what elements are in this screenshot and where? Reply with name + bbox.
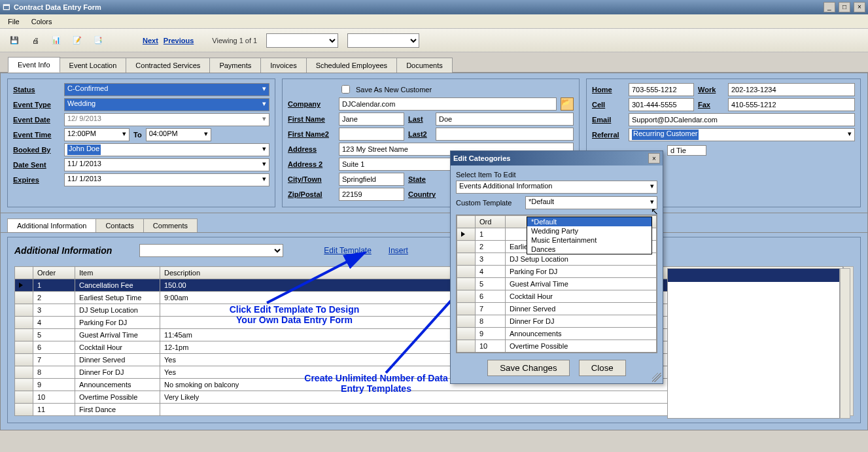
save-as-new-checkbox[interactable] — [341, 85, 350, 94]
label-company: Company — [288, 100, 335, 108]
label-country: Country — [408, 190, 441, 198]
booked-by-dropdown[interactable]: John Doe▾ — [64, 143, 269, 156]
label-booked-by: Booked By — [13, 146, 60, 154]
table-row[interactable]: 7Dinner Served — [457, 303, 657, 315]
label-email: Email — [592, 116, 625, 124]
label-expires: Expires — [13, 176, 60, 184]
tab-contracted-services[interactable]: Contracted Services — [126, 58, 210, 73]
menu-bar: File Colors — [0, 14, 868, 29]
zip-input[interactable] — [339, 188, 404, 201]
label-status: Status — [13, 86, 60, 94]
fax-input[interactable] — [728, 98, 855, 111]
last-name-input[interactable] — [436, 113, 574, 126]
date-sent-picker[interactable]: 11/ 1/2013▾ — [64, 158, 269, 171]
refresh-icon[interactable]: 📝 — [69, 33, 85, 48]
maximize-button[interactable]: □ — [839, 2, 850, 12]
company-input[interactable] — [339, 97, 557, 111]
event-date-picker[interactable]: 12/ 9/2013▾ — [64, 113, 269, 126]
status-dropdown[interactable]: C-Confirmed▾ — [64, 83, 269, 96]
subtab-additional-info[interactable]: Additional Information — [7, 218, 96, 232]
menu-file[interactable]: File — [8, 18, 20, 26]
close-button[interactable]: × — [854, 2, 865, 12]
nav-select-2[interactable] — [347, 33, 419, 48]
label-state: State — [408, 175, 434, 183]
menu-colors[interactable]: Colors — [31, 18, 52, 26]
city-input[interactable] — [339, 173, 404, 186]
chevron-down-icon: ▾ — [204, 130, 208, 140]
time-to-dropdown[interactable]: 04:00PM▾ — [146, 128, 211, 141]
home-phone-input[interactable] — [629, 83, 694, 96]
label-last: Last — [408, 115, 432, 123]
time-from-dropdown[interactable]: 12:00PM▾ — [64, 128, 130, 141]
table-row[interactable]: 3DJ Setup Location — [457, 253, 657, 266]
chevron-down-icon: ▾ — [262, 160, 266, 170]
first-name-input[interactable] — [339, 113, 404, 126]
template-option-default[interactable]: *Default — [527, 217, 651, 226]
first-name2-input[interactable] — [339, 128, 404, 141]
tab-event-location[interactable]: Event Location — [60, 58, 127, 73]
template-option-wedding-party[interactable]: Wedding Party — [527, 226, 651, 235]
col-item[interactable]: Item — [75, 267, 160, 279]
insert-link[interactable]: Insert — [389, 246, 408, 255]
select-item-dropdown[interactable]: Events Additional Information ▾ — [456, 181, 657, 194]
previous-link[interactable]: Previous — [164, 37, 194, 44]
table-row[interactable]: 9Announcements — [457, 328, 657, 340]
folder-open-icon[interactable]: 📂 — [561, 97, 574, 111]
tab-invoices[interactable]: Invoices — [260, 58, 306, 73]
template-option-music-entertainment[interactable]: Music Entertainment — [527, 235, 651, 245]
additional-info-title: Additional Information — [14, 245, 112, 256]
tab-payments[interactable]: Payments — [209, 58, 261, 73]
col-order[interactable]: Order — [33, 267, 75, 279]
label-city: City/Town — [288, 175, 335, 183]
custom-template-dropdown[interactable]: *Default ▾ — [525, 196, 657, 209]
table-row[interactable]: 10Overtime Possible — [457, 340, 657, 353]
tab-event-info[interactable]: Event Info — [8, 57, 60, 73]
work-phone-input[interactable] — [728, 83, 855, 96]
hidden-tie-dropdown[interactable]: d Tie — [667, 145, 706, 156]
chevron-down-icon: ▾ — [122, 130, 126, 140]
copy-icon[interactable]: 📑 — [90, 33, 106, 48]
last-name2-input[interactable] — [436, 128, 574, 141]
dialog-title: Edit Cateogories — [453, 154, 510, 162]
chevron-down-icon: ▾ — [262, 84, 266, 95]
table-row[interactable]: 8Dinner For DJ — [457, 315, 657, 328]
chevron-down-icon: ▾ — [848, 130, 852, 140]
custom-template-options[interactable]: *Default Wedding Party Music Entertainme… — [527, 217, 652, 254]
save-changes-button[interactable]: Save Changes — [487, 360, 569, 376]
right-blank-scrollbar[interactable] — [840, 268, 850, 419]
print-icon[interactable]: 🖨 — [27, 33, 43, 48]
tab-documents[interactable]: Documents — [396, 58, 453, 73]
event-type-dropdown[interactable]: Wedding▾ — [64, 98, 269, 111]
subtab-contacts[interactable]: Contacts — [95, 218, 143, 232]
table-row[interactable]: 6Cocktail Hour — [457, 290, 657, 303]
label-zip: Zip/Postal — [288, 190, 335, 198]
ai-dropdown[interactable] — [139, 244, 283, 257]
next-link[interactable]: Next — [143, 37, 158, 44]
dialog-title-bar[interactable]: Edit Cateogories × — [451, 151, 663, 165]
save-icon[interactable]: 💾 — [7, 33, 22, 48]
label-date-sent: Date Sent — [13, 161, 60, 169]
close-button[interactable]: Close — [579, 360, 626, 376]
referral-dropdown[interactable]: Recurring Customer ▾ — [629, 128, 855, 141]
table-row[interactable]: 5Guest Arrival Time — [457, 278, 657, 290]
cursor-icon: ↖ — [651, 206, 659, 217]
table-row[interactable]: 4Parking For DJ — [457, 266, 657, 278]
template-option-dances[interactable]: Dances — [527, 245, 651, 254]
label-cell: Cell — [592, 101, 625, 109]
app-icon-2[interactable]: 📊 — [48, 33, 64, 48]
nav-select-1[interactable] — [266, 33, 338, 48]
label-first2: First Name2 — [288, 130, 335, 138]
label-first: First Name — [288, 115, 335, 123]
subtab-comments[interactable]: Comments — [143, 218, 198, 232]
sub-tabstrip: Additional Information Contacts Comments — [1, 216, 867, 233]
cell-phone-input[interactable] — [629, 98, 694, 111]
dialog-close-icon[interactable]: × — [648, 153, 660, 164]
dlg-col-ord[interactable]: Ord — [476, 216, 506, 228]
minimize-button[interactable]: _ — [824, 2, 835, 12]
email-input[interactable] — [629, 113, 855, 126]
tab-scheduled-employees[interactable]: Scheduled Employees — [306, 58, 397, 73]
edit-template-link[interactable]: Edit Template — [324, 246, 372, 255]
resize-grip[interactable] — [652, 373, 661, 382]
expires-picker[interactable]: 11/ 1/2013▾ — [64, 173, 269, 186]
chevron-down-icon: ▾ — [262, 114, 266, 125]
